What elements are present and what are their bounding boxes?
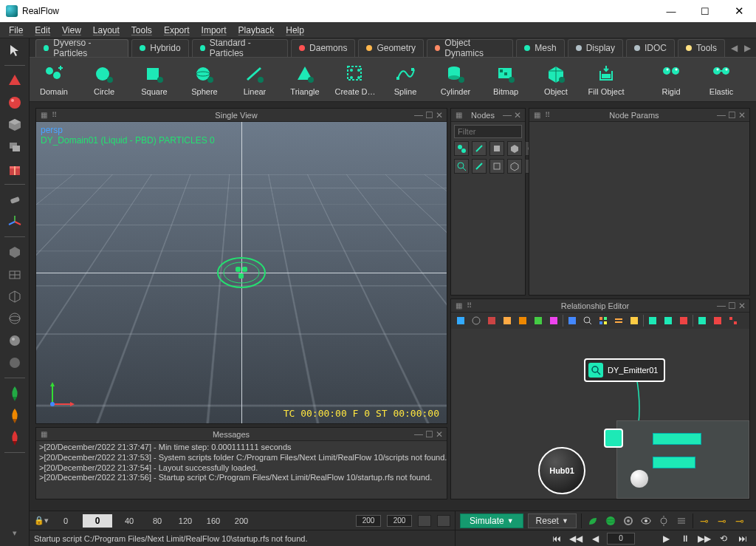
- minimize-icon[interactable]: —: [414, 111, 423, 120]
- shelf-rigid[interactable]: Rigid: [653, 64, 690, 96]
- rel-tool-icon[interactable]: [677, 314, 690, 327]
- timeline-btn-icon[interactable]: [437, 515, 450, 527]
- menu-file[interactable]: File: [3, 24, 29, 37]
- viewport-3d[interactable]: persp DY_Domain01 (Liquid - PBD) PARTICL…: [36, 122, 447, 423]
- shelf-prev-icon[interactable]: ◀: [728, 42, 740, 54]
- pause-icon[interactable]: ⏸: [678, 533, 693, 545]
- grid-plane-icon[interactable]: [6, 265, 24, 283]
- rel-tool-icon[interactable]: [470, 314, 483, 327]
- close-icon[interactable]: ✕: [435, 111, 444, 120]
- solid-cube-icon[interactable]: [6, 243, 24, 261]
- menu-playback[interactable]: Playback: [233, 24, 281, 37]
- node-type-icon[interactable]: [472, 159, 487, 174]
- menu-layout[interactable]: Layout: [87, 24, 126, 37]
- arrow-tool-icon[interactable]: [6, 41, 24, 59]
- cube-icon[interactable]: [6, 116, 24, 134]
- minimize-icon[interactable]: —: [717, 111, 726, 120]
- node-type-icon[interactable]: [454, 159, 469, 174]
- timeline[interactable]: 🔒▾ 0 0 40 80 120 160 200 200 200: [30, 511, 455, 530]
- tab-daemons[interactable]: Daemons: [291, 39, 355, 57]
- sim-list-icon[interactable]: [675, 514, 688, 528]
- panel-menu-icon[interactable]: ▦: [532, 111, 541, 120]
- rel-tool-icon[interactable]: [532, 314, 545, 327]
- red-sphere-icon[interactable]: [6, 94, 24, 112]
- timeline-end[interactable]: 200: [356, 515, 381, 527]
- rel-tool-icon[interactable]: [516, 314, 529, 327]
- menu-export[interactable]: Export: [158, 24, 196, 37]
- shelf-elastic[interactable]: Elastic: [703, 64, 740, 96]
- eraser-icon[interactable]: [6, 191, 24, 208]
- shelf-next-icon[interactable]: ▶: [741, 42, 753, 54]
- gift-icon[interactable]: [6, 160, 24, 178]
- orientation-gizmo[interactable]: [47, 381, 76, 410]
- play-icon[interactable]: ▶: [659, 533, 673, 545]
- close-icon[interactable]: ✕: [435, 430, 444, 439]
- shelf-spline[interactable]: Spline: [387, 64, 424, 96]
- node-type-icon[interactable]: [454, 141, 469, 156]
- key-icon[interactable]: ⊸: [715, 514, 729, 528]
- node-type-icon[interactable]: [507, 141, 522, 156]
- menu-view[interactable]: View: [56, 24, 87, 37]
- tab-idoc[interactable]: IDOC: [626, 39, 675, 57]
- tab-standard[interactable]: Standard - Particles: [192, 39, 289, 57]
- rel-tool-icon[interactable]: [726, 314, 740, 327]
- rel-tool-icon[interactable]: [711, 314, 724, 327]
- tab-tools[interactable]: Tools: [678, 39, 725, 57]
- menu-help[interactable]: Help: [280, 24, 310, 37]
- goto-start-icon[interactable]: ⏮: [549, 533, 564, 545]
- close-button[interactable]: ✕: [722, 0, 756, 22]
- shelf-bitmap[interactable]: Bitmap: [487, 64, 524, 96]
- minimize-icon[interactable]: —: [414, 430, 423, 439]
- rel-hub[interactable]: Hub01: [538, 447, 585, 494]
- prev-frame-icon[interactable]: ◀: [588, 533, 602, 545]
- panel-opts-icon[interactable]: ⠿: [464, 301, 473, 310]
- shaded-sphere-icon[interactable]: [6, 332, 24, 349]
- wire-sphere-icon[interactable]: [6, 310, 24, 327]
- rel-tool-icon[interactable]: [646, 314, 659, 327]
- node-type-icon[interactable]: [489, 141, 504, 156]
- rocket-orange-icon[interactable]: [6, 406, 24, 424]
- shelf-linear[interactable]: Linear: [236, 64, 273, 96]
- rel-tool-icon[interactable]: [454, 314, 467, 327]
- wire-cube-icon[interactable]: [6, 287, 24, 305]
- menu-edit[interactable]: Edit: [29, 24, 56, 37]
- shelf-triangle[interactable]: Triangle: [286, 64, 323, 96]
- nodes-filter-input[interactable]: [454, 125, 522, 138]
- sim-leaf-icon[interactable]: [586, 514, 599, 528]
- tab-geometry[interactable]: Geometry: [358, 39, 424, 57]
- tab-dynamics[interactable]: Object Dynamics: [427, 39, 513, 57]
- playback-frame[interactable]: 0: [607, 533, 635, 545]
- rel-canvas[interactable]: DY_Emitter01 Hub01: [451, 329, 749, 499]
- shelf-create-d[interactable]: Create D…: [337, 64, 374, 96]
- lock-icon[interactable]: 🔒▾: [34, 514, 49, 528]
- chevron-down-icon[interactable]: ▾: [6, 524, 24, 542]
- sim-settings-icon[interactable]: [657, 514, 670, 528]
- minimize-button[interactable]: —: [654, 0, 688, 22]
- sim-globe-icon[interactable]: [604, 514, 617, 528]
- maximize-icon[interactable]: ☐: [727, 111, 736, 120]
- maximize-icon[interactable]: ☐: [425, 111, 433, 120]
- rel-tool-icon[interactable]: [628, 314, 641, 327]
- tab-mesh[interactable]: Mesh: [516, 39, 564, 57]
- shelf-object[interactable]: Object: [537, 64, 574, 96]
- panel-opts-icon[interactable]: ⠿: [543, 111, 551, 120]
- key-icon[interactable]: ⊸: [733, 514, 746, 528]
- red-shape-icon[interactable]: [6, 72, 24, 89]
- rel-tool-icon[interactable]: [501, 314, 514, 327]
- goto-end-icon[interactable]: ⏭: [735, 533, 750, 545]
- rel-tool-icon[interactable]: [695, 314, 709, 327]
- minimize-icon[interactable]: —: [503, 111, 512, 120]
- panel-menu-icon[interactable]: ▦: [454, 111, 463, 120]
- reset-button[interactable]: Reset▼: [528, 513, 577, 528]
- menu-tools[interactable]: Tools: [126, 24, 158, 37]
- rel-tool-icon[interactable]: [612, 314, 625, 327]
- stack-icon[interactable]: [6, 138, 24, 156]
- node-type-icon[interactable]: [507, 159, 522, 174]
- maximize-icon[interactable]: ☐: [425, 430, 433, 439]
- panel-menu-icon[interactable]: ▦: [39, 111, 48, 120]
- rocket-green-icon[interactable]: [6, 384, 24, 402]
- minimize-icon[interactable]: —: [717, 301, 726, 310]
- rel-tool-icon[interactable]: [581, 314, 594, 327]
- tab-display[interactable]: Display: [568, 39, 623, 57]
- rel-node-emitter[interactable]: DY_Emitter01: [584, 358, 665, 382]
